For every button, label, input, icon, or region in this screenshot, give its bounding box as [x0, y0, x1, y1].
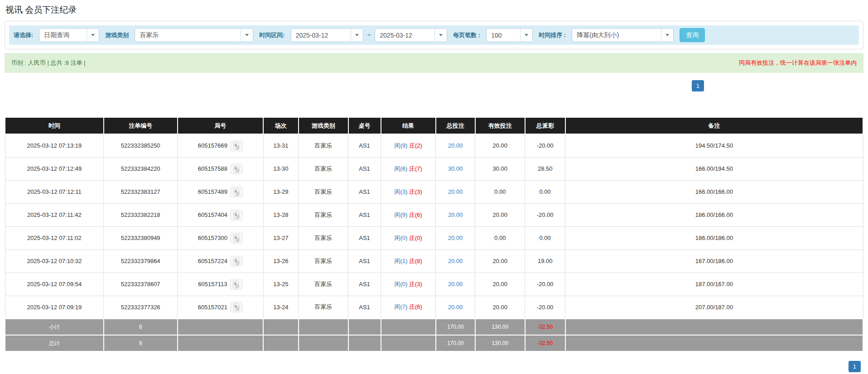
cell-remark: 187.00/167.00 [565, 273, 863, 296]
video-file-icon [232, 188, 241, 197]
game-type-value: 百家乐 [135, 29, 241, 42]
cell-table-no: AS1 [348, 249, 381, 273]
cell-session: 13-29 [263, 180, 299, 203]
chevron-down-icon[interactable] [434, 29, 447, 42]
cell-session: 13-25 [263, 273, 299, 296]
video-replay-button[interactable] [230, 163, 243, 174]
cell-payout: -20.00 [525, 296, 565, 319]
total-row: 总计8170.00130.00-32.50 [5, 335, 863, 351]
totals-payout: -32.50 [525, 319, 565, 335]
cell-total-bet: 20.00 [436, 296, 475, 319]
cell-payout: -20.00 [525, 273, 565, 296]
totals-empty-cell [348, 319, 381, 335]
round-id-text: 605157224 [198, 258, 227, 264]
sort-order-select[interactable]: 降冪(由大到小) [572, 28, 674, 42]
cell-payout: 0.00 [525, 226, 565, 249]
total-bet-link[interactable]: 30.00 [448, 165, 463, 172]
cell-table-no: AS1 [348, 273, 381, 296]
filter-panel: 请选择: 日期查询 游戏类别 百家乐 时间区间: 2025-03-12 ~ 20… [5, 21, 863, 49]
round-id-wrap: 605157021 [198, 302, 243, 312]
page-button-1[interactable]: 1 [849, 361, 861, 372]
cell-remark: 194.50/174.50 [565, 134, 863, 157]
cell-valid-bet: 20.00 [475, 203, 525, 226]
cell-payout: -20.00 [525, 134, 565, 157]
result-banker: 庄(6) [409, 211, 422, 218]
round-id-text: 605157021 [198, 304, 227, 311]
summary-bar: 币别 : 人民币 | 总共 :8 注单 | 同局有效投注，统一计算在该局第一张注… [5, 53, 863, 73]
cell-payout: 19.00 [525, 249, 565, 273]
game-type-select[interactable]: 百家乐 [135, 28, 253, 42]
result-player: 闲(3) [394, 188, 407, 195]
video-replay-button[interactable] [230, 210, 243, 221]
sort-order-value: 降冪(由大到小) [572, 29, 661, 42]
cell-round-id: 605157588 [178, 157, 263, 180]
search-button[interactable]: 查询 [680, 28, 705, 42]
total-bet-link[interactable]: 20.00 [448, 188, 463, 195]
table-row: 2025-03-12 07:11:02522332380949605157300… [5, 226, 863, 249]
chevron-down-icon[interactable] [351, 29, 363, 42]
video-replay-button[interactable] [230, 279, 242, 290]
date-from-input[interactable]: 2025-03-12 [291, 28, 363, 42]
cell-result: 闲(3) 庄(3) [381, 180, 436, 203]
page-size-label: 每页笔数 : [453, 31, 480, 39]
round-id-text: 605157588 [198, 165, 227, 172]
page-size-select[interactable]: 100 [486, 28, 533, 42]
round-id-wrap: 605157669 [198, 140, 243, 151]
cell-round-id: 605157113 [178, 273, 263, 296]
query-mode-value: 日期查询 [39, 29, 87, 42]
total-bet-link[interactable]: 20.00 [448, 142, 463, 149]
video-replay-button[interactable] [230, 233, 243, 244]
video-replay-button[interactable] [230, 256, 243, 267]
cell-bet-id: 522332382218 [104, 203, 178, 226]
query-mode-select[interactable]: 日期查询 [39, 28, 99, 42]
pagination-top: 1 [0, 80, 868, 91]
total-bet-link[interactable]: 20.00 [448, 211, 463, 218]
cell-time: 2025-03-12 07:10:32 [5, 249, 104, 273]
page-size-value: 100 [487, 29, 520, 42]
chevron-down-icon[interactable] [241, 29, 253, 42]
cell-remark: 166.00/166.00 [565, 180, 863, 203]
round-id-wrap: 605157404 [198, 210, 243, 221]
cell-valid-bet: 0.00 [475, 226, 525, 249]
total-bet-link[interactable]: 20.00 [448, 281, 463, 288]
result-banker: 庄(2) [409, 142, 422, 149]
video-replay-button[interactable] [230, 140, 243, 151]
totals-empty-cell [263, 319, 299, 335]
cell-valid-bet: 20.00 [475, 273, 525, 296]
cell-time: 2025-03-12 07:12:11 [5, 180, 104, 203]
cell-round-id: 605157021 [178, 296, 263, 319]
cell-time: 2025-03-12 07:12:49 [5, 157, 104, 180]
result-player: 闲(0) [394, 281, 407, 288]
chevron-down-icon[interactable] [520, 29, 532, 42]
chevron-down-icon[interactable] [87, 29, 99, 42]
chevron-down-icon[interactable] [661, 29, 673, 42]
round-id-wrap: 605157224 [198, 256, 243, 267]
total-bet-link[interactable]: 20.00 [448, 304, 463, 311]
cell-bet-id: 522332377326 [104, 296, 178, 319]
result-player: 闲(9) [394, 142, 407, 149]
cell-result: 闲(9) 庄(6) [381, 203, 436, 226]
cell-session: 13-30 [263, 157, 299, 180]
cell-bet-id: 522332379864 [104, 249, 178, 273]
column-header: 局号 [178, 117, 263, 134]
cell-round-id: 605157669 [178, 134, 263, 157]
totals-empty-cell [381, 319, 436, 335]
cell-session: 13-24 [263, 296, 299, 319]
column-header: 场次 [263, 117, 299, 134]
video-file-icon [232, 211, 241, 220]
summary-text: 币别 : 人民币 | 总共 :8 注单 | [11, 59, 86, 67]
cell-bet-id: 522332383127 [104, 180, 178, 203]
date-to-input[interactable]: 2025-03-12 [375, 28, 447, 42]
page-button-1[interactable]: 1 [692, 80, 704, 91]
video-replay-button[interactable] [230, 187, 243, 197]
bet-records-table: 时间注单编号局号场次游戏类别桌号结果总投注有效投注总派彩备注 2025-03-1… [5, 117, 863, 352]
total-bet-link[interactable]: 20.00 [448, 235, 463, 241]
cell-result: 闲(0) 庄(0) [381, 226, 436, 249]
cell-round-id: 605157224 [178, 249, 263, 273]
result-banker: 庄(3) [409, 281, 422, 288]
cell-remark: 186.00/166.00 [565, 203, 863, 226]
video-replay-button[interactable] [230, 302, 243, 312]
cell-game-type: 百家乐 [299, 157, 348, 180]
total-bet-link[interactable]: 20.00 [448, 258, 463, 264]
cell-total-bet: 20.00 [436, 203, 475, 226]
